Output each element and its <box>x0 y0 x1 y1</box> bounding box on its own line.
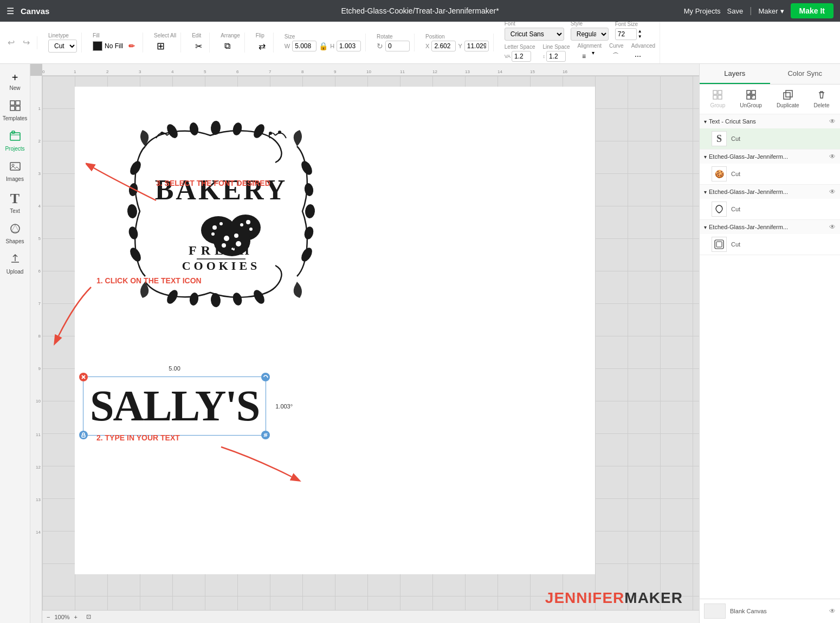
delete-icon <box>817 90 826 102</box>
arrange-button[interactable]: ⧉ <box>221 40 234 53</box>
redo-button[interactable]: ↪ <box>20 36 33 49</box>
svg-point-41 <box>240 223 243 226</box>
canvas-name-label: Blank Canvas <box>730 608 767 614</box>
style-select[interactable]: Regular <box>571 28 609 41</box>
svg-point-14 <box>251 122 267 140</box>
layer-thumb-etched1: 🍪 <box>712 166 727 181</box>
svg-point-32 <box>269 132 272 135</box>
rotate-input[interactable] <box>385 41 410 51</box>
linetype-label: Linetype <box>48 33 69 38</box>
visibility-toggle[interactable]: 👁 <box>829 223 836 231</box>
layer-group-text-header[interactable]: ▾ Text - Cricut Sans 👁 <box>700 114 840 128</box>
advanced-button[interactable]: ⋯ <box>631 50 644 63</box>
duplicate-tool[interactable]: Duplicate <box>773 88 803 111</box>
panel-tabs: Layers Color Sync <box>700 64 840 85</box>
svg-rect-67 <box>747 95 751 99</box>
text-element-selected[interactable]: 5.00 SALLY'S 1.003° <box>83 377 266 436</box>
width-input[interactable] <box>292 41 316 51</box>
sidebar-item-projects[interactable]: Projects <box>2 127 28 155</box>
curve-button[interactable]: ⌒ <box>609 50 622 63</box>
file-title: Etched-Glass-Cookie/Treat-Jar-Jenniferma… <box>341 7 499 15</box>
fill-color-swatch[interactable] <box>93 41 102 51</box>
canvas-visibility-toggle[interactable]: 👁 <box>829 607 836 615</box>
fit-button[interactable]: ⊡ <box>86 613 91 620</box>
linetype-select[interactable]: Cut <box>48 40 77 53</box>
right-panel: Layers Color Sync Group UnGroup <box>699 64 840 623</box>
annotation-step3: 3. SELECT THE FONT DESIRED <box>156 179 270 187</box>
fill-value: No Fill <box>105 42 123 50</box>
layer-item-text[interactable]: S Cut <box>700 128 840 149</box>
fontsize-up[interactable]: ▲ <box>638 29 642 34</box>
svg-rect-3 <box>16 106 20 111</box>
position-y-input[interactable] <box>464 41 489 51</box>
undo-button[interactable]: ↩ <box>4 36 17 49</box>
canvas-workspace[interactable]: BAKERY <box>42 76 699 610</box>
sidebar-item-templates[interactable]: Templates <box>2 96 28 125</box>
canvas-area[interactable]: 0 1 2 3 4 5 6 7 8 9 10 11 12 13 14 15 16 <box>30 64 699 623</box>
visibility-toggle[interactable]: 👁 <box>829 118 836 125</box>
svg-point-19 <box>251 288 267 306</box>
make-it-button[interactable]: Make It <box>791 3 833 18</box>
layer-group-etched3-header[interactable]: ▾ Etched-Glass-Jar-Jenniferm... 👁 <box>700 220 840 234</box>
layer-item-etched1[interactable]: 🍪 Cut <box>700 164 840 184</box>
fontsize-input[interactable] <box>615 28 637 40</box>
layer-group-etched2-header[interactable]: ▾ Etched-Glass-Jar-Jenniferm... 👁 <box>700 185 840 199</box>
select-all-button[interactable]: ⊞ <box>154 40 167 53</box>
svg-text:🍪: 🍪 <box>715 170 725 179</box>
group-tool[interactable]: Group <box>707 88 729 111</box>
svg-point-31 <box>170 131 173 134</box>
svg-rect-74 <box>716 242 722 247</box>
height-input[interactable] <box>337 41 361 51</box>
layer-item-etched3[interactable]: Cut <box>700 234 840 255</box>
position-x-input[interactable] <box>431 41 456 51</box>
layer-group-etched1-header[interactable]: ▾ Etched-Glass-Jar-Jenniferm... 👁 <box>700 150 840 164</box>
chevron-icon: ▾ <box>704 154 707 160</box>
flip-button[interactable]: ⇄ <box>256 40 269 53</box>
svg-point-11 <box>189 122 199 136</box>
fontsize-down[interactable]: ▼ <box>638 34 642 39</box>
pen-icon[interactable]: ✏ <box>125 40 138 53</box>
chevron-icon: ▾ <box>704 189 707 195</box>
height-indicator: 1.003° <box>275 403 293 410</box>
menu-icon[interactable]: ☰ <box>7 6 14 16</box>
delete-tool[interactable]: Delete <box>811 88 833 111</box>
my-projects-button[interactable]: My Projects <box>684 7 721 15</box>
zoom-in-button[interactable]: + <box>74 614 77 620</box>
handle-lock[interactable] <box>79 431 88 439</box>
edit-section: Edit ✂ <box>188 33 210 53</box>
svg-rect-5 <box>12 131 15 133</box>
sidebar-item-new[interactable]: + New <box>2 68 28 94</box>
tab-color-sync[interactable]: Color Sync <box>770 64 841 84</box>
sidebar-item-text[interactable]: T Text <box>2 187 28 217</box>
alignment-chevron[interactable]: ▾ <box>592 50 595 63</box>
sally-text[interactable]: SALLY'S <box>83 377 266 435</box>
layer-item-etched2[interactable]: Cut <box>700 199 840 219</box>
tab-layers[interactable]: Layers <box>700 64 770 84</box>
font-select[interactable]: Cricut Sans <box>505 28 564 41</box>
svg-point-25 <box>299 159 314 177</box>
sidebar-item-upload[interactable]: Upload <box>2 250 28 278</box>
handle-delete[interactable] <box>79 373 88 381</box>
svg-rect-62 <box>718 90 722 94</box>
rotate-label: Rotate <box>377 34 392 40</box>
sidebar-item-shapes[interactable]: Shapes <box>2 219 28 248</box>
maker-dropdown-button[interactable]: Maker ▾ <box>758 7 784 15</box>
svg-point-27 <box>305 204 315 218</box>
visibility-toggle[interactable]: 👁 <box>829 188 836 196</box>
zoom-value[interactable]: 100% <box>54 614 69 620</box>
svg-point-23 <box>127 225 139 240</box>
zoom-out-button[interactable]: − <box>47 614 50 620</box>
save-button[interactable]: Save <box>727 7 744 15</box>
sidebar-item-images[interactable]: Images <box>2 157 28 185</box>
ungroup-tool[interactable]: UnGroup <box>736 88 765 111</box>
fill-label: Fill <box>93 33 100 38</box>
letterspace-input[interactable] <box>512 51 531 62</box>
linespace-input[interactable] <box>546 51 566 62</box>
svg-rect-73 <box>715 240 723 249</box>
canvas-bottom-bar: − 100% + ⊡ <box>42 610 699 623</box>
edit-button[interactable]: ✂ <box>192 40 205 53</box>
align-left-button[interactable]: ≡ <box>578 50 591 63</box>
layers-section: ▾ Text - Cricut Sans 👁 S Cut ▾ Etched-Gl… <box>700 114 840 599</box>
visibility-toggle[interactable]: 👁 <box>829 153 836 160</box>
svg-rect-61 <box>713 90 717 94</box>
